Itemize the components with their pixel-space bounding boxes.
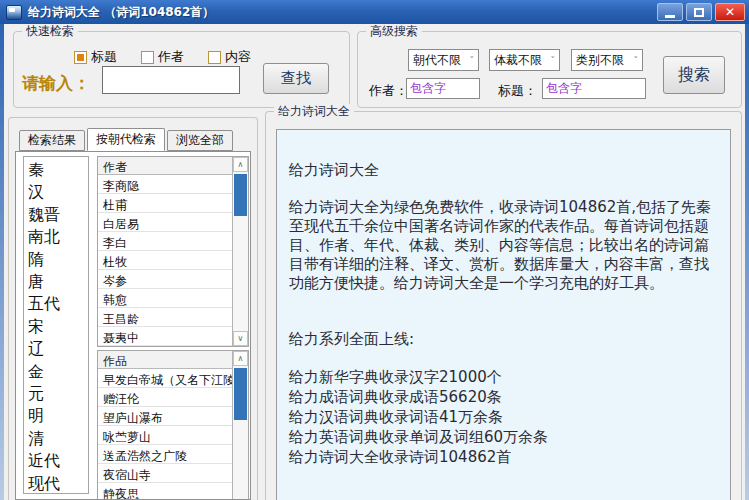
- work-row[interactable]: 咏苎萝山: [98, 426, 232, 445]
- chevron-down-icon: ˅: [634, 55, 639, 65]
- window-controls: ✕: [657, 3, 745, 21]
- dynasty-item[interactable]: 秦: [28, 159, 88, 181]
- works-list: 作品 早发白帝城（又名下江陵） 赠汪伦 望庐山瀑布 咏苎萝山 送孟浩然之广陵 夜…: [97, 350, 249, 500]
- author-list-scrollbar[interactable]: ∧ ∨: [232, 157, 248, 346]
- maximize-button[interactable]: [686, 3, 712, 21]
- app-window: 给力诗词大全 （诗词104862首） ✕ 快速检索 标题 作者: [0, 0, 749, 500]
- search-button[interactable]: 搜索: [663, 56, 725, 94]
- category-dropdown-value: 类别不限: [576, 52, 624, 69]
- category-dropdown[interactable]: 类别不限 ˅: [571, 49, 643, 71]
- window-border-left: [0, 24, 4, 500]
- tab-browse-all[interactable]: 浏览全部: [167, 130, 233, 151]
- minimize-icon: [665, 15, 675, 18]
- works-list-header: 作品: [98, 351, 232, 369]
- window-title: 给力诗词大全 （诗词104862首）: [28, 4, 214, 21]
- checkbox-title-box[interactable]: [74, 51, 87, 64]
- dynasty-item[interactable]: 明: [28, 405, 88, 427]
- author-row[interactable]: 聂夷中: [98, 327, 232, 346]
- author-row[interactable]: 李商隐: [98, 175, 232, 194]
- author-list: 作者 李商隐 杜甫 白居易 李白 杜牧 岑参 韩愈 王昌龄 聂夷中 ∧ ∨: [97, 156, 249, 347]
- scroll-up-icon[interactable]: ∧: [233, 351, 248, 366]
- author-field-label: 作者：: [369, 82, 408, 100]
- author-row[interactable]: 白居易: [98, 213, 232, 232]
- work-row[interactable]: 静夜思: [98, 483, 232, 500]
- close-button[interactable]: ✕: [715, 3, 745, 21]
- scroll-down-icon[interactable]: ∨: [233, 331, 248, 346]
- title-field[interactable]: [542, 78, 646, 99]
- author-row[interactable]: 李白: [98, 232, 232, 251]
- dynasty-listbox[interactable]: 秦 汉 魏晋 南北 隋 唐 五代 宋 辽 金 元 明 清 近代 现代: [23, 156, 89, 494]
- dynasty-item[interactable]: 辽: [28, 338, 88, 360]
- checkbox-content[interactable]: 内容: [208, 48, 251, 66]
- work-row[interactable]: 望庐山瀑布: [98, 407, 232, 426]
- author-row[interactable]: 岑参: [98, 270, 232, 289]
- dynasty-item[interactable]: 金: [28, 361, 88, 383]
- dynasty-item[interactable]: 唐: [28, 271, 88, 293]
- dynasty-item[interactable]: 汉: [28, 181, 88, 203]
- works-list-scrollbar[interactable]: ∧: [232, 351, 248, 500]
- scroll-up-icon[interactable]: ∧: [233, 157, 248, 172]
- dynasty-dropdown[interactable]: 朝代不限 ˅: [408, 49, 479, 71]
- series-item: 给力诗词大全收录诗词104862首: [289, 447, 718, 467]
- browser-panel: 检索结果 按朝代检索 浏览全部 秦 汉 魏晋 南北 隋 唐 五代 宋 辽 金 元…: [8, 117, 258, 500]
- content-intro-paragraph: 给力诗词大全为绿色免费软件，收录诗词104862首,包括了先秦至现代五千余位中国…: [289, 198, 718, 293]
- checkbox-title[interactable]: 标题: [74, 48, 117, 66]
- minimize-button[interactable]: [657, 3, 683, 21]
- checkbox-content-label: 内容: [225, 48, 251, 66]
- tab-by-dynasty[interactable]: 按朝代检索: [87, 128, 165, 151]
- author-row[interactable]: 杜甫: [98, 194, 232, 213]
- quick-search-prompt: 请输入：: [22, 72, 90, 95]
- dynasty-item[interactable]: 近代: [28, 450, 88, 472]
- dynasty-item[interactable]: 元: [28, 383, 88, 405]
- author-row[interactable]: 王昌龄: [98, 308, 232, 327]
- browser-tabs: 检索结果 按朝代检索 浏览全部: [19, 130, 235, 151]
- author-list-header: 作者: [98, 157, 232, 175]
- dynasty-dropdown-value: 朝代不限: [413, 52, 461, 69]
- content-panel: 给力诗词大全 给力诗词大全 给力诗词大全为绿色免费软件，收录诗词104862首,…: [265, 111, 742, 500]
- title-field-label: 标题：: [498, 82, 537, 100]
- chevron-down-icon: ˅: [470, 55, 475, 65]
- quick-search-group: 快速检索 标题 作者 内容 请输入： 查找: [13, 31, 350, 108]
- checkbox-author[interactable]: 作者: [141, 48, 184, 66]
- author-scrollbar-thumb[interactable]: [234, 174, 247, 216]
- work-row[interactable]: 赠汪伦: [98, 388, 232, 407]
- quick-search-group-label: 快速检索: [22, 24, 78, 38]
- author-row[interactable]: 杜牧: [98, 251, 232, 270]
- find-button[interactable]: 查找: [263, 63, 329, 94]
- dynasty-item[interactable]: 魏晋: [28, 204, 88, 226]
- checkbox-author-box[interactable]: [141, 51, 154, 64]
- checkbox-author-label: 作者: [158, 48, 184, 66]
- genre-dropdown[interactable]: 体裁不限 ˅: [489, 49, 560, 71]
- series-item: 给力新华字典收录汉字21000个: [289, 367, 718, 387]
- tab-search-results[interactable]: 检索结果: [19, 130, 85, 151]
- title-bar[interactable]: 给力诗词大全 （诗词104862首） ✕: [0, 0, 749, 24]
- advanced-search-group-label: 高级搜索: [366, 24, 422, 38]
- work-row[interactable]: 早发白帝城（又名下江陵）: [98, 369, 232, 388]
- quick-search-input[interactable]: [102, 66, 240, 94]
- dynasty-item[interactable]: 现代: [28, 473, 88, 494]
- series-item: 给力英语词典收录单词及词组60万余条: [289, 427, 718, 447]
- dynasty-item[interactable]: 清: [28, 428, 88, 450]
- work-row[interactable]: 夜宿山寺: [98, 464, 232, 483]
- quick-search-checkbox-row: 标题 作者 内容: [74, 48, 251, 66]
- app-icon: [6, 5, 22, 20]
- works-scrollbar-thumb[interactable]: [234, 368, 247, 420]
- window-border-right: [745, 24, 749, 500]
- advanced-search-group: 高级搜索 朝代不限 ˅ 体裁不限 ˅ 类别不限 ˅ 作者： 标题： 搜索: [357, 31, 742, 108]
- author-field[interactable]: [406, 78, 480, 99]
- checkbox-title-label: 标题: [91, 48, 117, 66]
- author-row[interactable]: 韩愈: [98, 289, 232, 308]
- dynasty-item[interactable]: 隋: [28, 249, 88, 271]
- genre-dropdown-value: 体裁不限: [494, 52, 542, 69]
- checkbox-content-box[interactable]: [208, 51, 221, 64]
- dynasty-item[interactable]: 宋: [28, 316, 88, 338]
- poem-info-textarea[interactable]: 给力诗词大全 给力诗词大全为绿色免费软件，收录诗词104862首,包括了先秦至现…: [276, 129, 731, 500]
- maximize-icon: [694, 8, 704, 17]
- dynasty-item[interactable]: 五代: [28, 293, 88, 315]
- series-item: 给力成语词典收录成语56620条: [289, 387, 718, 407]
- work-row[interactable]: 送孟浩然之广陵: [98, 445, 232, 464]
- content-heading: 给力诗词大全: [289, 160, 718, 180]
- browser-tab-page: 秦 汉 魏晋 南北 隋 唐 五代 宋 辽 金 元 明 清 近代 现代 作者 李商…: [15, 151, 251, 500]
- author-list-body: 作者 李商隐 杜甫 白居易 李白 杜牧 岑参 韩愈 王昌龄 聂夷中: [98, 157, 232, 346]
- dynasty-item[interactable]: 南北: [28, 226, 88, 248]
